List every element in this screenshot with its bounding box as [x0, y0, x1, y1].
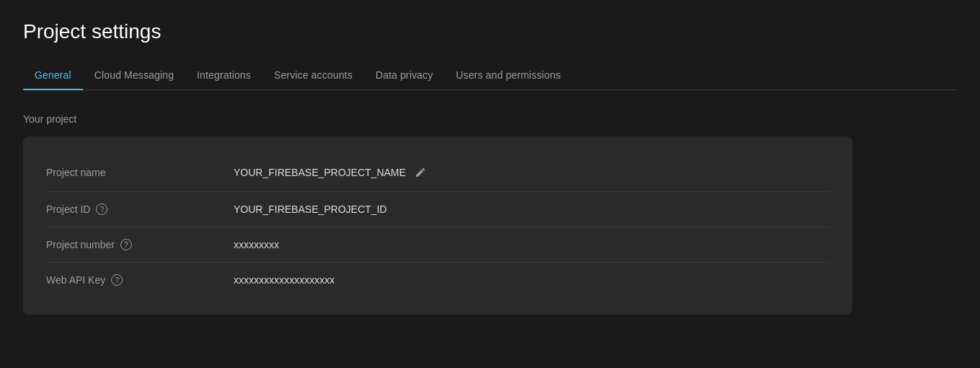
page-title: Project settings: [23, 20, 957, 43]
value-project-name: YOUR_FIREBASE_PROJECT_NAME: [234, 165, 428, 180]
help-icon-project-id[interactable]: ?: [96, 203, 107, 215]
row-project-id: Project ID?YOUR_FIREBASE_PROJECT_ID: [46, 192, 829, 227]
value-project-id: YOUR_FIREBASE_PROJECT_ID: [234, 203, 387, 215]
help-icon-web-api-key[interactable]: ?: [111, 274, 123, 286]
label-project-number: Project number?: [46, 239, 234, 250]
tabs-bar: GeneralCloud MessagingIntegrationsServic…: [23, 61, 957, 90]
tab-cloud-messaging[interactable]: Cloud Messaging: [83, 61, 185, 89]
label-project-name: Project name: [46, 167, 234, 178]
label-text-project-name: Project name: [46, 167, 105, 178]
label-text-project-number: Project number: [46, 239, 115, 250]
value-text-project-name: YOUR_FIREBASE_PROJECT_NAME: [234, 167, 406, 178]
label-project-id: Project ID?: [46, 203, 234, 215]
value-project-number: xxxxxxxxx: [234, 239, 279, 250]
value-web-api-key: xxxxxxxxxxxxxxxxxxxx: [234, 274, 335, 286]
label-text-project-id: Project ID: [46, 203, 90, 215]
row-project-number: Project number?xxxxxxxxx: [46, 227, 829, 263]
help-icon-project-number[interactable]: ?: [120, 239, 132, 250]
value-text-project-id: YOUR_FIREBASE_PROJECT_ID: [234, 203, 387, 215]
label-web-api-key: Web API Key?: [46, 274, 234, 286]
page-container: Project settings GeneralCloud MessagingI…: [0, 0, 980, 90]
tab-service-accounts[interactable]: Service accounts: [262, 61, 364, 89]
tab-integrations[interactable]: Integrations: [185, 61, 262, 89]
tab-general[interactable]: General: [23, 61, 83, 89]
edit-icon-project-name[interactable]: [413, 165, 428, 180]
row-project-name: Project nameYOUR_FIREBASE_PROJECT_NAME: [46, 154, 829, 192]
value-text-web-api-key: xxxxxxxxxxxxxxxxxxxx: [234, 274, 335, 286]
tab-users-and-permissions[interactable]: Users and permissions: [444, 61, 572, 89]
label-text-web-api-key: Web API Key: [46, 274, 105, 286]
content-area: Your project Project nameYOUR_FIREBASE_P…: [0, 90, 980, 338]
value-text-project-number: xxxxxxxxx: [234, 239, 279, 250]
row-web-api-key: Web API Key?xxxxxxxxxxxxxxxxxxxx: [46, 263, 829, 297]
project-card: Project nameYOUR_FIREBASE_PROJECT_NAMEPr…: [23, 136, 852, 315]
tab-data-privacy[interactable]: Data privacy: [364, 61, 445, 89]
section-label: Your project: [23, 113, 957, 125]
